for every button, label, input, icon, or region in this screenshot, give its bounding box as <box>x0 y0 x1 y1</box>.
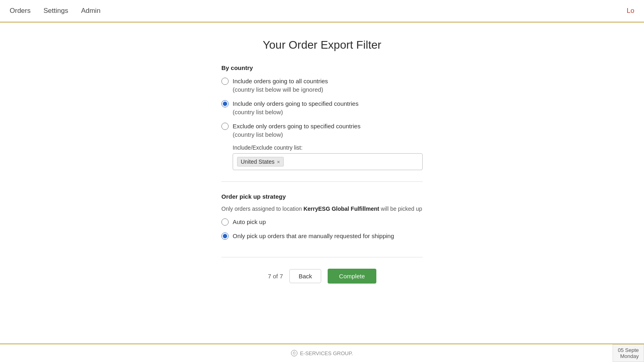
radio-exclude-specified[interactable]: Exclude only orders going to specified c… <box>221 122 423 139</box>
footer-date: 05 Septe Monday <box>613 344 644 362</box>
by-country-title: By country <box>221 64 423 71</box>
nav-buttons: 7 of 7 Back Complete <box>221 269 423 284</box>
radio-auto-pickup-label: Auto pick up <box>233 218 266 226</box>
radio-include-specified-input[interactable] <box>221 100 229 107</box>
radio-manual-pickup[interactable]: Only pick up orders that are manually re… <box>221 232 423 240</box>
logout-link[interactable]: Lo <box>627 7 634 15</box>
country-tag-us-remove[interactable]: × <box>277 159 280 165</box>
form-container: By country Include orders going to all c… <box>221 64 423 284</box>
radio-auto-pickup[interactable]: Auto pick up <box>221 218 423 226</box>
footer-text: E-SERVICES GROUP. <box>300 350 353 356</box>
radio-include-specified[interactable]: Include only orders going to specified c… <box>221 99 423 116</box>
copyright-icon: © <box>291 350 297 356</box>
nav-settings[interactable]: Settings <box>43 7 68 15</box>
radio-include-specified-label: Include only orders going to specified c… <box>233 99 359 116</box>
radio-exclude-specified-input[interactable] <box>221 123 229 130</box>
nav-admin[interactable]: Admin <box>81 7 100 15</box>
navbar-links: Orders Settings Admin <box>10 7 101 15</box>
pickup-strategy-title: Order pick up strategy <box>221 193 423 200</box>
radio-manual-pickup-label: Only pick up orders that are manually re… <box>233 232 394 240</box>
country-tag-us: United States × <box>237 157 284 167</box>
back-button[interactable]: Back <box>289 269 321 283</box>
radio-all-countries-input[interactable] <box>221 78 229 85</box>
pickup-location-name: KerryESG Global Fulfillment <box>303 206 379 212</box>
radio-all-countries-label: Include orders going to all countries (c… <box>233 77 328 94</box>
pickup-strategy-section: Order pick up strategy Only orders assig… <box>221 193 423 257</box>
main-content: Your Order Export Filter By country Incl… <box>0 23 644 343</box>
radio-auto-pickup-input[interactable] <box>221 218 229 226</box>
country-list-label: Include/Exclude country list: <box>233 144 423 151</box>
radio-manual-pickup-input[interactable] <box>221 232 229 240</box>
radio-exclude-specified-label: Exclude only orders going to specified c… <box>233 122 361 139</box>
page-indicator: 7 of 7 <box>268 273 283 280</box>
radio-all-countries[interactable]: Include orders going to all countries (c… <box>221 77 423 94</box>
nav-orders[interactable]: Orders <box>10 7 31 15</box>
page-title: Your Order Export Filter <box>263 39 382 51</box>
navbar: Orders Settings Admin Lo <box>0 0 644 23</box>
pickup-description: Only orders assigned to location KerryES… <box>221 206 423 212</box>
footer: © E-SERVICES GROUP. 05 Septe Monday <box>0 343 644 362</box>
by-country-section: By country Include orders going to all c… <box>221 64 423 182</box>
complete-button[interactable]: Complete <box>328 269 376 284</box>
country-input-area[interactable]: United States × <box>233 153 423 170</box>
country-tag-us-label: United States <box>241 158 275 165</box>
